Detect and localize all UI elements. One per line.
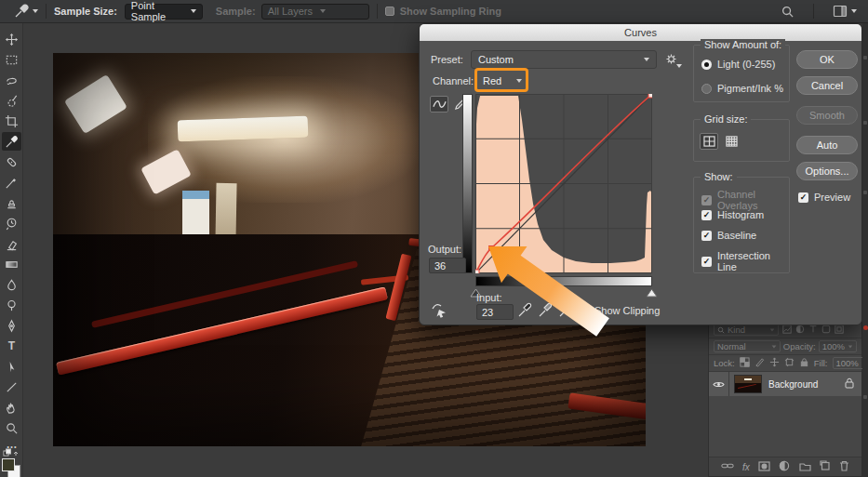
show-amount-group: Show Amount of: Light (0-255) Pigment/In… xyxy=(693,45,790,102)
adjustment-layer-icon[interactable] xyxy=(779,460,790,473)
white-point-eyedropper[interactable] xyxy=(558,301,573,320)
lock-transparency-icon[interactable] xyxy=(740,357,750,369)
dock-red-dot xyxy=(863,325,868,330)
search-icon[interactable] xyxy=(781,5,795,19)
search-icon xyxy=(717,326,725,334)
background-layer-row[interactable]: Background xyxy=(709,371,861,396)
pigment-radio[interactable] xyxy=(701,84,712,94)
hand-tool[interactable] xyxy=(2,398,21,417)
preset-dropdown[interactable]: Custom xyxy=(471,50,657,69)
fluorescent-tube-light xyxy=(177,115,308,141)
marquee-tool[interactable] xyxy=(2,50,21,69)
auto-button[interactable]: Auto xyxy=(796,136,858,154)
preset-label: Preset: xyxy=(431,54,463,65)
show-clipping-row[interactable]: ✓ Show Clipping xyxy=(579,305,660,316)
new-group-folder-icon[interactable] xyxy=(799,461,811,473)
curve-endpoint-shadows[interactable] xyxy=(475,270,479,273)
histogram-row[interactable]: ✓ Histogram xyxy=(701,209,764,220)
light-radio[interactable] xyxy=(701,60,712,70)
handrail-right-bottom xyxy=(568,393,646,421)
smooth-button: Smooth xyxy=(796,106,858,125)
healing-brush-tool[interactable] xyxy=(2,152,21,171)
output-value-field[interactable]: 36 xyxy=(429,258,466,273)
intersection-line-checkbox[interactable]: ✓ xyxy=(701,257,712,267)
layer-mask-icon[interactable] xyxy=(758,461,770,473)
tool-preset-chevron-icon[interactable] xyxy=(33,9,38,13)
dialog-titlebar[interactable]: Curves xyxy=(420,24,861,41)
lock-pixels-icon[interactable] xyxy=(754,357,765,369)
black-point-eyedropper[interactable] xyxy=(517,301,532,320)
show-clipping-label: Show Clipping xyxy=(594,305,660,316)
move-tool[interactable] xyxy=(2,30,21,48)
options-button[interactable]: Options... xyxy=(796,162,858,180)
preview-row[interactable]: ✓ Preview xyxy=(798,192,850,203)
lock-position-icon[interactable] xyxy=(769,357,780,369)
curves-graph[interactable] xyxy=(475,94,652,273)
lock-all-icon[interactable] xyxy=(799,357,809,369)
targeted-adjustment-tool-icon[interactable] xyxy=(431,300,451,321)
foreground-color-swatch[interactable] xyxy=(2,458,15,471)
output-label: Output: xyxy=(428,244,461,255)
light-radio-row[interactable]: Light (0-255) xyxy=(701,59,775,70)
layers-bottom-toolbar: fx xyxy=(709,457,861,476)
curve-selected-point[interactable] xyxy=(489,246,494,251)
input-gradient-ramp xyxy=(475,276,652,286)
clone-stamp-tool[interactable] xyxy=(2,193,21,212)
ok-button[interactable]: OK xyxy=(796,50,858,69)
fill-label: Fill: xyxy=(814,358,828,368)
baseline-checkbox[interactable]: ✓ xyxy=(701,231,712,241)
default-swap-colors-icon[interactable] xyxy=(3,448,20,457)
lock-artboard-icon[interactable] xyxy=(784,357,795,369)
edit-points-curve-button[interactable] xyxy=(430,96,448,113)
gray-point-eyedropper[interactable] xyxy=(538,301,553,320)
brush-tool[interactable] xyxy=(2,173,21,192)
pillar xyxy=(216,182,237,242)
link-layers-icon[interactable] xyxy=(721,461,734,472)
filter-type-icon xyxy=(808,325,818,336)
history-brush-tool[interactable] xyxy=(2,214,21,232)
grid-fine-button[interactable] xyxy=(722,133,741,150)
layer-name[interactable]: Background xyxy=(768,379,818,390)
dodge-tool[interactable] xyxy=(2,296,21,314)
layer-effects-icon[interactable]: fx xyxy=(742,462,750,472)
photoshop-window: Sample Size: Point Sample Sample: All La… xyxy=(0,0,868,477)
type-tool[interactable]: T xyxy=(2,337,21,355)
quick-selection-tool[interactable] xyxy=(2,91,21,110)
preview-checkbox[interactable]: ✓ xyxy=(798,192,808,203)
lasso-tool[interactable] xyxy=(2,71,21,89)
preset-options-gear-icon[interactable] xyxy=(664,52,678,68)
curve-endpoint-highlights[interactable] xyxy=(648,94,652,98)
separator xyxy=(377,4,378,19)
show-clipping-checkbox[interactable]: ✓ xyxy=(579,306,589,316)
sample-size-dropdown[interactable]: Point Sample xyxy=(125,4,203,20)
path-selection-tool[interactable] xyxy=(2,357,21,376)
pen-tool[interactable] xyxy=(2,316,21,335)
layer-visibility-eye-icon[interactable] xyxy=(709,372,729,396)
cancel-button[interactable]: Cancel xyxy=(796,76,858,95)
shape-tool[interactable] xyxy=(2,378,21,396)
new-layer-icon[interactable] xyxy=(820,460,831,473)
grid-coarse-button[interactable] xyxy=(700,133,718,150)
input-value-field[interactable]: 23 xyxy=(476,304,514,320)
sample-label: Sample: xyxy=(216,6,256,17)
delete-layer-trash-icon[interactable] xyxy=(839,460,849,473)
layer-thumbnail[interactable] xyxy=(734,375,762,393)
opacity-value: 100% xyxy=(819,340,857,352)
intersection-line-row[interactable]: ✓ Intersection Line xyxy=(701,250,789,272)
histogram-checkbox[interactable]: ✓ xyxy=(701,210,712,220)
blend-opacity-row: Normal Opacity: 100% xyxy=(709,338,861,354)
blur-tool[interactable] xyxy=(2,275,21,294)
zoom-tool[interactable] xyxy=(2,418,21,437)
eraser-tool[interactable] xyxy=(2,234,21,253)
eyedropper-tool[interactable] xyxy=(2,132,21,151)
eyedropper-tool-icon[interactable] xyxy=(13,3,30,20)
grid-size-group: Grid size: xyxy=(693,119,790,162)
workspace-switcher-icon[interactable] xyxy=(833,5,857,18)
light-glow xyxy=(148,76,421,202)
baseline-row[interactable]: ✓ Baseline xyxy=(701,230,756,241)
gradient-tool[interactable] xyxy=(2,255,21,273)
pigment-radio-row[interactable]: Pigment/Ink % xyxy=(701,83,783,94)
show-amount-title: Show Amount of: xyxy=(701,39,785,50)
crop-tool[interactable] xyxy=(2,112,21,130)
highlight-input-slider[interactable] xyxy=(646,288,658,298)
